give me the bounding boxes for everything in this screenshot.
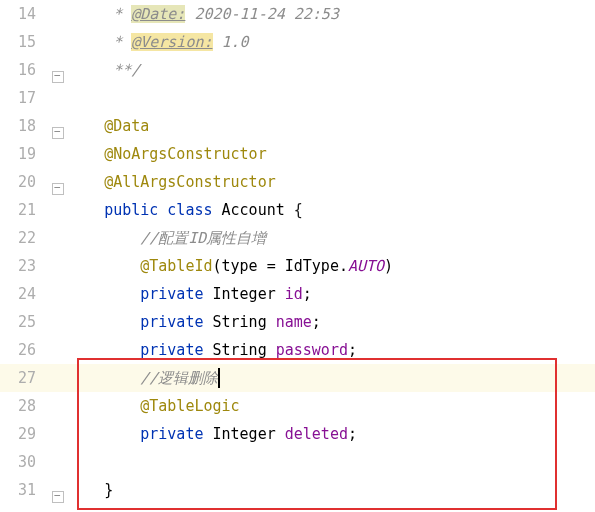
- code-line[interactable]: 21 public class Account {: [0, 196, 595, 224]
- token: [276, 285, 285, 303]
- token: @TableId: [140, 257, 212, 275]
- line-number: 18: [0, 112, 50, 140]
- token: [267, 313, 276, 331]
- token: @Data: [104, 117, 149, 135]
- code-line[interactable]: 14 * @Date: 2020-11-24 22:53: [0, 0, 595, 28]
- code-line[interactable]: 24 private Integer id;: [0, 280, 595, 308]
- token: *: [113, 5, 131, 23]
- token: @Date:: [131, 5, 185, 23]
- token: [68, 425, 140, 443]
- code-content[interactable]: private Integer id;: [68, 280, 595, 308]
- code-content[interactable]: **/: [68, 56, 595, 84]
- line-number: 26: [0, 336, 50, 364]
- line-number: 21: [0, 196, 50, 224]
- token: deleted: [285, 425, 348, 443]
- token: {: [285, 201, 303, 219]
- code-line[interactable]: 29 private Integer deleted;: [0, 420, 595, 448]
- token: **/: [113, 61, 140, 79]
- code-line[interactable]: 16 **/: [0, 56, 595, 84]
- token: }: [104, 481, 113, 499]
- token: ;: [312, 313, 321, 331]
- token: 2020-11-24 22:53: [185, 5, 339, 23]
- token: 1.0: [213, 33, 249, 51]
- token: [213, 201, 222, 219]
- token: Integer: [213, 425, 276, 443]
- token: [68, 313, 140, 331]
- code-line[interactable]: 23 @TableId(type = IdType.AUTO): [0, 252, 595, 280]
- code-content[interactable]: @AllArgsConstructor: [68, 168, 595, 196]
- code-line[interactable]: 18 @Data: [0, 112, 595, 140]
- code-line[interactable]: 17: [0, 84, 595, 112]
- fold-toggle-icon[interactable]: [52, 71, 64, 83]
- code-line[interactable]: 19 @NoArgsConstructor: [0, 140, 595, 168]
- code-content[interactable]: public class Account {: [68, 196, 595, 224]
- token: [203, 285, 212, 303]
- token: private: [140, 425, 203, 443]
- token: @NoArgsConstructor: [104, 145, 267, 163]
- fold-toggle-icon[interactable]: [52, 183, 64, 195]
- line-number: 24: [0, 280, 50, 308]
- token: @AllArgsConstructor: [104, 173, 276, 191]
- line-number: 29: [0, 420, 50, 448]
- token: [68, 481, 104, 499]
- code-content[interactable]: //配置ID属性自增: [68, 224, 595, 252]
- code-line[interactable]: 30: [0, 448, 595, 476]
- code-content[interactable]: @TableId(type = IdType.AUTO): [68, 252, 595, 280]
- fold-gutter[interactable]: [50, 112, 68, 140]
- line-number: 23: [0, 252, 50, 280]
- token: String: [213, 341, 267, 359]
- token: [68, 397, 140, 415]
- fold-gutter[interactable]: [50, 476, 68, 504]
- token: [203, 313, 212, 331]
- line-number: 31: [0, 476, 50, 504]
- token: [68, 33, 113, 51]
- code-content[interactable]: //逻辑删除: [68, 364, 595, 392]
- fold-gutter[interactable]: [50, 56, 68, 84]
- token: [68, 145, 104, 163]
- code-line[interactable]: 26 private String password;: [0, 336, 595, 364]
- code-content[interactable]: private String password;: [68, 336, 595, 364]
- line-number: 17: [0, 84, 50, 112]
- code-line[interactable]: 28 @TableLogic: [0, 392, 595, 420]
- code-line[interactable]: 31 }: [0, 476, 595, 504]
- line-number: 15: [0, 28, 50, 56]
- code-line[interactable]: 20 @AllArgsConstructor: [0, 168, 595, 196]
- code-content[interactable]: @TableLogic: [68, 392, 595, 420]
- code-line[interactable]: 27 //逻辑删除: [0, 364, 595, 392]
- code-content[interactable]: private Integer deleted;: [68, 420, 595, 448]
- code-content[interactable]: * @Date: 2020-11-24 22:53: [68, 0, 595, 28]
- token: //配置ID属性自增: [140, 229, 266, 247]
- code-line[interactable]: 22 //配置ID属性自增: [0, 224, 595, 252]
- code-content[interactable]: * @Version: 1.0: [68, 28, 595, 56]
- fold-toggle-icon[interactable]: [52, 491, 64, 503]
- token: ;: [348, 425, 357, 443]
- code-editor[interactable]: 14 * @Date: 2020-11-24 22:5315 * @Versio…: [0, 0, 595, 504]
- token: [68, 5, 113, 23]
- code-content[interactable]: @Data: [68, 112, 595, 140]
- code-content[interactable]: }: [68, 476, 595, 504]
- code-content[interactable]: @NoArgsConstructor: [68, 140, 595, 168]
- token: //逻辑删除: [140, 369, 218, 387]
- code-line[interactable]: 25 private String name;: [0, 308, 595, 336]
- code-content[interactable]: private String name;: [68, 308, 595, 336]
- code-line[interactable]: 15 * @Version: 1.0: [0, 28, 595, 56]
- token: [158, 201, 167, 219]
- token: ;: [348, 341, 357, 359]
- token: [68, 285, 140, 303]
- token: Account: [222, 201, 285, 219]
- token: [68, 173, 104, 191]
- token: [68, 369, 140, 387]
- token: [68, 341, 140, 359]
- token: [267, 341, 276, 359]
- line-number: 16: [0, 56, 50, 84]
- token: Integer: [213, 285, 276, 303]
- fold-gutter[interactable]: [50, 168, 68, 196]
- token: password: [276, 341, 348, 359]
- fold-toggle-icon[interactable]: [52, 127, 64, 139]
- token: [203, 341, 212, 359]
- token: @Version:: [131, 33, 212, 51]
- token: class: [167, 201, 212, 219]
- token: name: [276, 313, 312, 331]
- token: private: [140, 285, 203, 303]
- token: public: [104, 201, 158, 219]
